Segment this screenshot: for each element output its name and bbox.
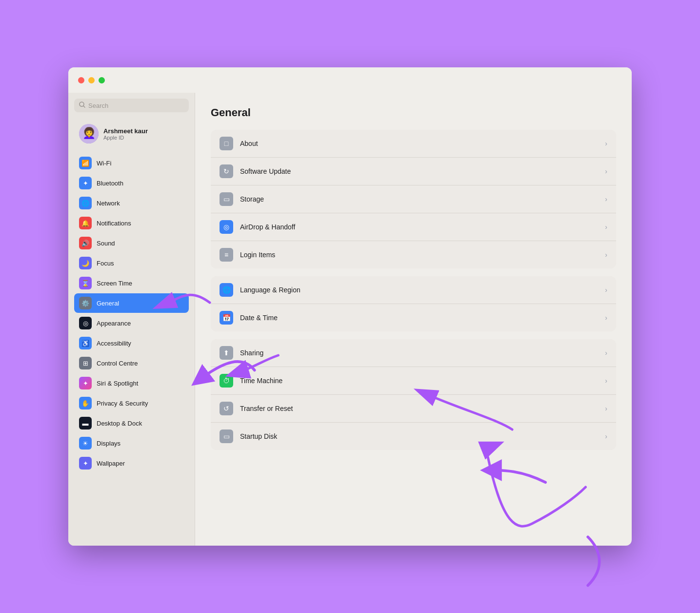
- user-name: Arshmeet kaur: [103, 127, 148, 135]
- sidebar-item-label-sound: Sound: [97, 240, 115, 247]
- avatar: 👩‍🦱: [79, 124, 99, 143]
- date-time-label: Date & Time: [240, 314, 605, 322]
- focus-icon: 🌙: [79, 257, 92, 269]
- settings-row-sharing[interactable]: ⬆Sharing›: [211, 339, 616, 367]
- screentime-icon: ⌛: [79, 277, 92, 289]
- settings-row-startup-disk[interactable]: ▭Startup Disk›: [211, 423, 616, 450]
- search-placeholder: Search: [88, 102, 108, 109]
- maximize-button[interactable]: [99, 77, 105, 83]
- about-chevron: ›: [605, 140, 607, 147]
- sidebar-item-label-wifi: Wi-Fi: [97, 160, 111, 167]
- login-items-icon: ≡: [220, 248, 233, 262]
- software-update-chevron: ›: [605, 167, 607, 175]
- airdrop-label: AirDrop & Handoff: [240, 223, 605, 231]
- time-machine-chevron: ›: [605, 377, 607, 385]
- accessibility-icon: ♿: [79, 337, 92, 349]
- airdrop-chevron: ›: [605, 223, 607, 231]
- settings-groups: □About›↻Software Update›▭Storage›◎AirDro…: [211, 130, 616, 450]
- sidebar-item-network[interactable]: 🌐Network: [74, 193, 189, 213]
- minimize-button[interactable]: [88, 77, 95, 83]
- airdrop-icon: ◎: [220, 220, 233, 234]
- sidebar-item-sound[interactable]: 🔊Sound: [74, 233, 189, 253]
- settings-row-airdrop[interactable]: ◎AirDrop & Handoff›: [211, 213, 616, 241]
- system-settings-window: Search 👩‍🦱 Arshmeet kaur Apple ID 📶Wi-Fi…: [68, 67, 632, 546]
- title-bar: [68, 67, 632, 93]
- settings-group-group1: □About›↻Software Update›▭Storage›◎AirDro…: [211, 130, 616, 268]
- settings-row-about[interactable]: □About›: [211, 130, 616, 158]
- settings-row-storage[interactable]: ▭Storage›: [211, 185, 616, 213]
- sidebar-item-label-notifications: Notifications: [97, 220, 131, 227]
- login-items-label: Login Items: [240, 251, 605, 259]
- wallpaper-icon: ✦: [79, 457, 92, 470]
- user-info: Arshmeet kaur Apple ID: [103, 127, 148, 141]
- sidebar-item-label-desktop: Desktop & Dock: [97, 420, 142, 427]
- software-update-label: Software Update: [240, 167, 605, 175]
- settings-group-group3: ⬆Sharing›⏱Time Machine›↺Transfer or Rese…: [211, 339, 616, 450]
- displays-icon: ☀: [79, 437, 92, 450]
- sidebar-item-label-wallpaper: Wallpaper: [97, 460, 125, 467]
- storage-icon: ▭: [220, 192, 233, 206]
- sidebar-item-wifi[interactable]: 📶Wi-Fi: [74, 153, 189, 173]
- settings-row-date-time[interactable]: 📅Date & Time›: [211, 304, 616, 331]
- settings-row-language-region[interactable]: 🌐Language & Region›: [211, 276, 616, 304]
- software-update-icon: ↻: [220, 164, 233, 178]
- sidebar-item-controlcentre[interactable]: ⊞Control Centre: [74, 353, 189, 373]
- sidebar-item-displays[interactable]: ☀Displays: [74, 433, 189, 453]
- sharing-chevron: ›: [605, 349, 607, 357]
- wifi-icon: 📶: [79, 157, 92, 169]
- detail-pane: General □About›↻Software Update›▭Storage…: [195, 93, 632, 546]
- sidebar-item-label-siri: Siri & Spotlight: [97, 380, 138, 387]
- sidebar-item-notifications[interactable]: 🔔Notifications: [74, 213, 189, 233]
- close-button[interactable]: [78, 77, 84, 83]
- language-region-label: Language & Region: [240, 286, 605, 294]
- login-items-chevron: ›: [605, 251, 607, 259]
- user-profile[interactable]: 👩‍🦱 Arshmeet kaur Apple ID: [74, 120, 189, 147]
- general-icon: ⚙️: [79, 297, 92, 309]
- sidebar-item-siri[interactable]: ✦Siri & Spotlight: [74, 373, 189, 393]
- date-time-icon: 📅: [220, 311, 233, 325]
- about-label: About: [240, 140, 605, 147]
- sidebar-item-general[interactable]: ⚙️General: [74, 293, 189, 313]
- language-region-icon: 🌐: [220, 283, 233, 297]
- traffic-lights: [78, 77, 105, 83]
- sidebar: Search 👩‍🦱 Arshmeet kaur Apple ID 📶Wi-Fi…: [68, 93, 195, 546]
- sidebar-item-privacy[interactable]: ✋Privacy & Security: [74, 393, 189, 413]
- sidebar-item-label-bluetooth: Bluetooth: [97, 180, 123, 187]
- sidebar-item-appearance[interactable]: ◎Appearance: [74, 313, 189, 333]
- page-title: General: [211, 106, 616, 119]
- sidebar-item-focus[interactable]: 🌙Focus: [74, 253, 189, 273]
- about-icon: □: [220, 137, 233, 150]
- sidebar-item-accessibility[interactable]: ♿Accessibility: [74, 333, 189, 353]
- startup-disk-icon: ▭: [220, 429, 233, 443]
- sound-icon: 🔊: [79, 237, 92, 249]
- storage-chevron: ›: [605, 195, 607, 203]
- sidebar-item-desktop[interactable]: ▬Desktop & Dock: [74, 413, 189, 433]
- sidebar-item-bluetooth[interactable]: ✦Bluetooth: [74, 173, 189, 193]
- settings-row-time-machine[interactable]: ⏱Time Machine›: [211, 367, 616, 395]
- search-icon: [79, 102, 85, 109]
- sidebar-item-label-controlcentre: Control Centre: [97, 360, 138, 367]
- svg-line-1: [83, 106, 85, 107]
- sidebar-item-label-accessibility: Accessibility: [97, 340, 131, 347]
- transfer-reset-icon: ↺: [220, 402, 233, 415]
- settings-row-software-update[interactable]: ↻Software Update›: [211, 158, 616, 185]
- sidebar-item-label-privacy: Privacy & Security: [97, 400, 148, 407]
- time-machine-label: Time Machine: [240, 377, 605, 385]
- settings-row-login-items[interactable]: ≡Login Items›: [211, 241, 616, 268]
- date-time-chevron: ›: [605, 314, 607, 322]
- settings-row-transfer-reset[interactable]: ↺Transfer or Reset›: [211, 395, 616, 423]
- sidebar-item-label-screentime: Screen Time: [97, 280, 132, 287]
- time-machine-icon: ⏱: [220, 374, 233, 388]
- network-icon: 🌐: [79, 197, 92, 209]
- notifications-icon: 🔔: [79, 217, 92, 229]
- sidebar-item-wallpaper[interactable]: ✦Wallpaper: [74, 453, 189, 473]
- appearance-icon: ◎: [79, 317, 92, 329]
- settings-group-group2: 🌐Language & Region›📅Date & Time›: [211, 276, 616, 331]
- sidebar-item-label-focus: Focus: [97, 260, 114, 267]
- sidebar-item-screentime[interactable]: ⌛Screen Time: [74, 273, 189, 293]
- privacy-icon: ✋: [79, 397, 92, 409]
- sharing-icon: ⬆: [220, 346, 233, 360]
- storage-label: Storage: [240, 195, 605, 203]
- search-bar[interactable]: Search: [74, 99, 189, 112]
- sidebar-item-label-general: General: [97, 300, 119, 307]
